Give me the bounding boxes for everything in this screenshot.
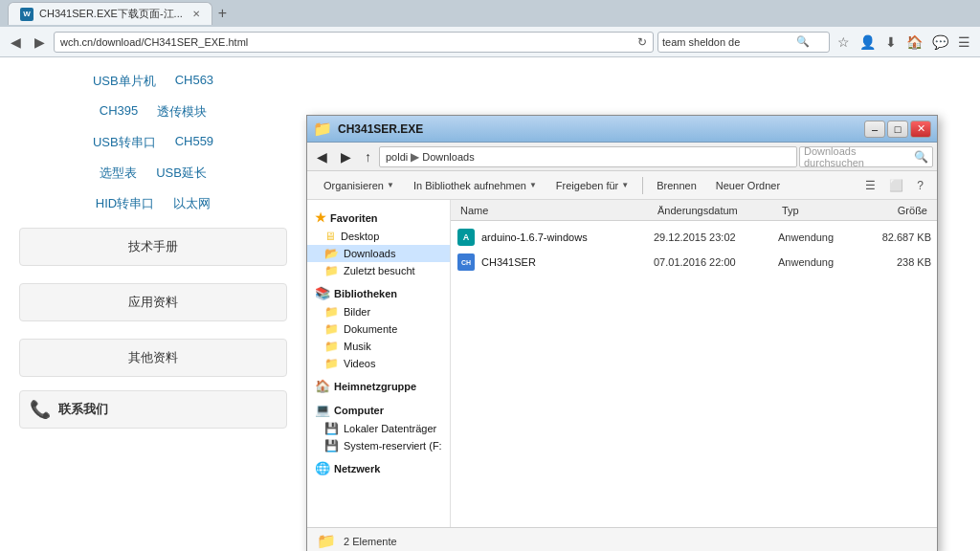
homegroup-header[interactable]: 🏠 Heimnetzgruppe [307,376,450,396]
sidebar-item-documents[interactable]: 📁 Dokumente [307,320,450,338]
sidebar-btn-technical[interactable]: 技术手册 [19,228,287,266]
explorer-titlebar: 📁 CH341SER.EXE – □ ✕ [307,116,937,143]
libraries-label: Bibliotheken [334,288,397,299]
local-drive-label: Lokaler Datenträger [344,423,436,434]
sidebar-nav: USB单片机 CH563 CH395 透传模块 USB转串口 CH559 选型表… [0,67,306,432]
sidebar-link-ch395[interactable]: CH395 [100,103,138,121]
sidebar-item-recent[interactable]: 📁 Zuletzt besucht [307,262,450,279]
column-name[interactable]: Name [457,203,654,218]
network-group: 🌐 Netzwerk [307,458,450,478]
breadcrumb-bar[interactable]: poldi ▶ Downloads [379,146,797,167]
sidebar-section-technical: 技术手册 [0,224,306,270]
organize-label: Organisieren [323,180,384,191]
documents-folder-icon: 📁 [324,322,339,336]
network-header[interactable]: 🌐 Netzwerk [307,458,450,478]
share-label: Freigeben für [556,180,618,191]
new-folder-button[interactable]: Neuer Ordner [707,176,789,195]
forward-button[interactable]: ▶ [30,33,50,52]
website-sidebar: USB单片机 CH563 CH395 透传模块 USB转串口 CH559 选型表… [0,57,306,551]
menu-icon[interactable]: ☰ [954,33,974,52]
explorer-search-icon[interactable]: 🔍 [914,150,928,164]
sidebar-link-usb-mcu[interactable]: USB单片机 [93,73,156,90]
sidebar-link-ethernet[interactable]: 以太网 [173,195,211,212]
sidebar-item-desktop[interactable]: 🖥 Desktop [307,228,450,245]
computer-icon: 💻 [315,403,330,417]
browser-search-input[interactable] [662,36,796,48]
status-folder-icon: 📁 [317,532,336,550]
column-date[interactable]: Änderungsdatum [654,203,778,218]
favorites-icon: ★ [315,210,326,225]
refresh-button[interactable]: ↻ [637,35,647,49]
share-dropdown-arrow: ▼ [621,181,629,189]
download-icon[interactable]: ⬇ [881,33,901,52]
explorer-back-button[interactable]: ◀ [311,146,333,167]
bookmarks-icon[interactable]: ☆ [834,33,854,52]
sidebar-item-videos[interactable]: 📁 Videos [307,355,450,372]
home-icon[interactable]: 🏠 [902,33,926,52]
window-minimize-button[interactable]: – [864,121,885,138]
explorer-forward-button[interactable]: ▶ [335,146,357,167]
sidebar-btn-other[interactable]: 其他资料 [19,339,287,377]
arduino-file-icon: A [457,228,476,247]
back-button[interactable]: ◀ [6,33,26,52]
libraries-header[interactable]: 📚 Bibliotheken [307,283,450,303]
arduino-date: 29.12.2015 23:02 [654,231,778,243]
homegroup-group: 🏠 Heimnetzgruppe [307,376,450,396]
desktop-folder-icon: 🖥 [324,230,336,243]
sidebar-item-pictures[interactable]: 📁 Bilder [307,303,450,320]
library-button[interactable]: In Bibliothek aufnehmen ▼ [405,176,546,195]
status-count: 2 Elemente [344,536,397,547]
sidebar-btn-applications[interactable]: 应用资料 [19,283,287,321]
burn-button[interactable]: Brennen [648,176,705,195]
share-button[interactable]: Freigeben für ▼ [547,176,637,195]
downloads-folder-icon: 📂 [324,247,339,260]
organize-button[interactable]: Organisieren ▼ [315,176,403,195]
sidebar-link-ch563[interactable]: CH563 [175,73,213,90]
ch341-size: 238 KB [864,256,931,268]
explorer-up-button[interactable]: ↑ [359,146,377,167]
ch341-icon: CH [457,253,475,271]
explorer-search-bar[interactable]: Downloads durchsuchen 🔍 [799,146,933,167]
explorer-title-controls: – □ ✕ [864,121,931,138]
sidebar-link-transparent[interactable]: 透传模块 [157,103,207,121]
column-size[interactable]: Größe [864,203,931,218]
computer-header[interactable]: 💻 Computer [307,400,450,420]
sidebar-link-hid[interactable]: HID转串口 [96,195,154,212]
recent-label: Zuletzt besucht [344,265,415,276]
window-maximize-button[interactable]: □ [887,121,908,138]
address-bar[interactable]: wch.cn/download/CH341SER_EXE.html ↻ [54,32,654,53]
nav-icons: ☆ 👤 ⬇ 🏠 💬 ☰ [834,33,974,52]
new-tab-button[interactable]: + [212,5,233,22]
sidebar-item-system-reserved[interactable]: 💾 System-reserviert (F: [307,437,450,454]
web-page: USB单片机 CH563 CH395 透传模块 USB转串口 CH559 选型表… [0,57,980,551]
view-details-button[interactable]: ☰ [859,175,881,196]
browser-search-icon[interactable]: 🔍 [796,35,810,48]
ch341-date: 07.01.2016 22:00 [654,256,778,268]
file-row-arduino[interactable]: A arduino-1.6.7-windows 29.12.2015 23:02… [451,225,937,250]
sidebar-item-local-drive[interactable]: 💾 Lokaler Datenträger [307,420,450,437]
explorer-folder-icon: 📁 [313,120,332,138]
file-row-ch341ser[interactable]: CH CH341SER 07.01.2016 22:00 Anwendung 2… [451,250,937,275]
favorites-header[interactable]: ★ Favoriten [307,208,450,228]
videos-folder-icon: 📁 [324,357,339,370]
sidebar-contact[interactable]: 📞 联系我们 [19,390,287,429]
toolbar-separator [642,177,643,194]
chat-icon[interactable]: 💬 [928,33,952,52]
sidebar-link-ch559[interactable]: CH559 [175,134,213,151]
browser-tab[interactable]: W CH341SER.EXE下载页面-江... ✕ [8,2,212,25]
recent-folder-icon: 📁 [324,264,339,277]
sidebar-link-selection[interactable]: 选型表 [100,165,137,182]
browser-search-bar[interactable]: 🔍 [657,32,830,53]
sidebar-link-usb-extend[interactable]: USB延长 [156,165,207,182]
column-type[interactable]: Typ [778,203,864,218]
sidebar-link-usb-serial[interactable]: USB转串口 [93,134,156,151]
view-preview-button[interactable]: ⬜ [883,175,909,196]
sidebar-item-music[interactable]: 📁 Musik [307,338,450,355]
tab-close-button[interactable]: ✕ [192,9,200,19]
window-close-button[interactable]: ✕ [910,121,931,138]
sidebar-item-downloads[interactable]: 📂 Downloads [307,245,450,262]
view-help-button[interactable]: ? [911,175,929,196]
downloads-label: Downloads [344,248,395,259]
account-icon[interactable]: 👤 [856,33,880,52]
explorer-navbar: ◀ ▶ ↑ poldi ▶ Downloads Downloads durchs… [307,143,937,171]
